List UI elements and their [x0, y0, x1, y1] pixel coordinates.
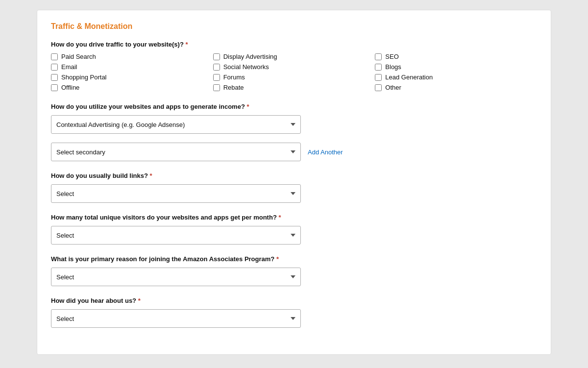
traffic-monetization-card: Traffic & Monetization How do you drive … — [37, 10, 551, 355]
checkbox-display-advertising-input[interactable] — [213, 53, 220, 60]
traffic-question-label: How do you drive traffic to your website… — [51, 41, 537, 48]
checkbox-email-input[interactable] — [51, 64, 58, 71]
reason-question-block: What is your primary reason for joining … — [51, 255, 537, 286]
reason-question-label: What is your primary reason for joining … — [51, 255, 537, 263]
checkbox-forums[interactable]: Forums — [213, 74, 375, 81]
checkbox-seo[interactable]: SEO — [375, 53, 537, 60]
checkbox-other[interactable]: Other — [375, 84, 537, 91]
checkbox-paid-search[interactable]: Paid Search — [51, 53, 213, 60]
checkbox-social-networks[interactable]: Social Networks — [213, 63, 375, 71]
visitors-question-label: How many total unique visitors do your w… — [51, 214, 537, 221]
checkbox-lead-generation[interactable]: Lead Generation — [375, 74, 537, 81]
checkbox-lead-generation-input[interactable] — [375, 74, 382, 81]
income-secondary-select[interactable]: Select secondary Contextual Advertising … — [51, 143, 301, 161]
traffic-question-block: How do you drive traffic to your website… — [51, 41, 537, 91]
links-question-block: How do you usually build links? * Select… — [51, 172, 537, 203]
checkbox-forums-input[interactable] — [213, 74, 220, 81]
checkbox-display-advertising[interactable]: Display Advertising — [213, 53, 375, 60]
income-primary-row: Contextual Advertising (e.g. Google Adse… — [51, 115, 537, 134]
checkbox-other-input[interactable] — [375, 84, 382, 91]
links-select[interactable]: Select Organic/SEO Paid Social Email — [51, 184, 301, 203]
checkbox-social-networks-input[interactable] — [213, 64, 220, 71]
hear-question-label: How did you hear about us? * — [51, 297, 537, 304]
checkbox-shopping-portal[interactable]: Shopping Portal — [51, 74, 213, 81]
checkbox-rebate-input[interactable] — [213, 84, 220, 91]
checkbox-offline-input[interactable] — [51, 84, 58, 91]
income-primary-select[interactable]: Contextual Advertising (e.g. Google Adse… — [51, 115, 301, 134]
reason-select[interactable]: Select Earn additional income Monetize e… — [51, 268, 301, 286]
checkbox-rebate[interactable]: Rebate — [213, 84, 375, 91]
income-question-block: How do you utilize your websites and app… — [51, 103, 537, 161]
traffic-checkbox-grid: Paid Search Display Advertising SEO Emai… — [51, 53, 537, 91]
visitors-select[interactable]: Select 0 - 500 501 - 10,000 10,001 - 100… — [51, 226, 301, 245]
links-question-label: How do you usually build links? * — [51, 172, 537, 179]
checkbox-blogs-input[interactable] — [375, 64, 382, 71]
income-question-label: How do you utilize your websites and app… — [51, 103, 537, 110]
visitors-question-block: How many total unique visitors do your w… — [51, 214, 537, 245]
income-secondary-row: Select secondary Contextual Advertising … — [51, 143, 537, 161]
hear-question-block: How did you hear about us? * Select Sear… — [51, 297, 537, 328]
hear-select[interactable]: Select Search Engine Friend or colleague… — [51, 309, 301, 328]
section-title: Traffic & Monetization — [51, 22, 537, 31]
checkbox-offline[interactable]: Offline — [51, 84, 213, 91]
checkbox-paid-search-input[interactable] — [51, 53, 58, 60]
checkbox-email[interactable]: Email — [51, 63, 213, 71]
checkbox-seo-input[interactable] — [375, 53, 382, 60]
checkbox-shopping-portal-input[interactable] — [51, 74, 58, 81]
add-another-link[interactable]: Add Another — [308, 148, 343, 156]
checkbox-blogs[interactable]: Blogs — [375, 63, 537, 71]
